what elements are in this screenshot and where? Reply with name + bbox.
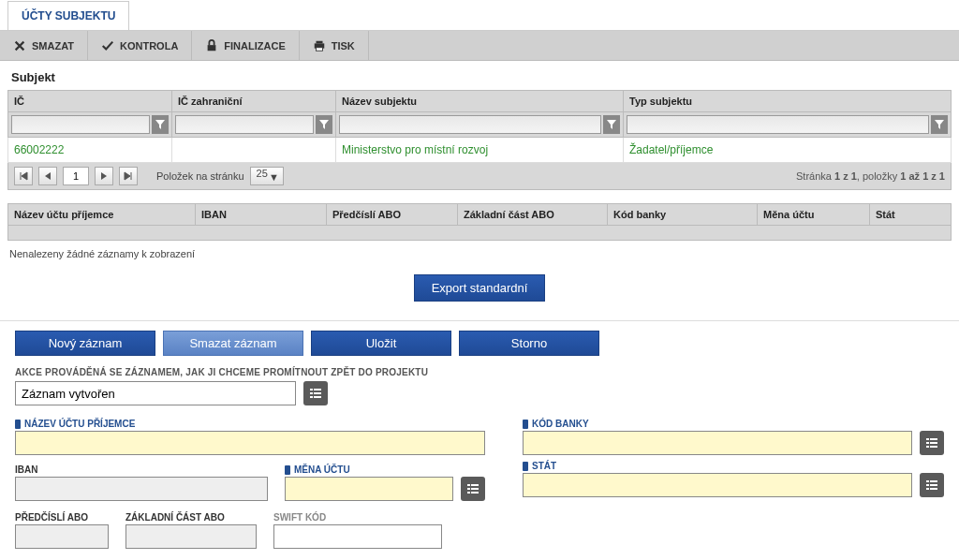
- svg-rect-10: [467, 484, 470, 486]
- page-input[interactable]: [63, 167, 89, 185]
- toolbar-finalize-label: FINALIZACE: [224, 40, 285, 52]
- x-icon: [13, 39, 26, 52]
- swift-input[interactable]: [273, 524, 442, 549]
- svg-rect-27: [930, 488, 937, 490]
- col-iban[interactable]: IBAN: [196, 204, 327, 226]
- svg-rect-21: [930, 446, 937, 448]
- col-type[interactable]: Typ subjektu: [624, 91, 952, 112]
- filter-icon[interactable]: [603, 115, 620, 134]
- label-prefix: PŘEDČÍSLÍ ABO: [15, 512, 109, 523]
- col-state[interactable]: Stát: [870, 204, 952, 226]
- col-ic[interactable]: IČ: [8, 91, 172, 112]
- label-base: ZÁKLADNÍ ČÁST ABO: [125, 512, 257, 523]
- base-input[interactable]: [125, 524, 257, 549]
- account-form: AKCE PROVÁDĚNÁ SE ZÁZNAMEM, JAK JI CHCEM…: [0, 367, 959, 560]
- svg-rect-9: [314, 396, 321, 398]
- svg-rect-13: [471, 488, 479, 490]
- iban-input[interactable]: [15, 477, 268, 501]
- page-size-select[interactable]: 25 ▼: [250, 167, 284, 185]
- svg-rect-12: [467, 488, 470, 490]
- toolbar-print[interactable]: TISK: [300, 31, 369, 60]
- subject-heading: Subjekt: [0, 61, 959, 90]
- action-performed-label: AKCE PROVÁDĚNÁ SE ZÁZNAMEM, JAK JI CHCEM…: [15, 367, 944, 377]
- list-picker-icon[interactable]: [920, 473, 944, 497]
- lock-icon: [205, 39, 218, 52]
- cell-type: Žadatel/příjemce: [624, 138, 952, 163]
- export-button[interactable]: Export standardní: [414, 274, 546, 302]
- svg-rect-7: [314, 392, 321, 394]
- tab-accounts[interactable]: ÚČTY SUBJEKTU: [7, 1, 129, 30]
- page-next[interactable]: [95, 167, 113, 185]
- svg-rect-26: [926, 488, 929, 490]
- label-currency: MĚNA ÚČTU: [285, 464, 485, 475]
- record-actions: Nový záznam Smazat záznam Uložit Storno: [0, 331, 959, 367]
- action-performed-input[interactable]: [15, 381, 296, 405]
- svg-rect-23: [930, 480, 937, 482]
- svg-rect-0: [208, 45, 216, 51]
- page-prev[interactable]: [38, 167, 57, 185]
- page-last[interactable]: [119, 167, 138, 185]
- filter-type[interactable]: [627, 115, 929, 134]
- list-picker-icon[interactable]: [920, 431, 944, 455]
- filter-icon[interactable]: [152, 115, 169, 134]
- new-record-button[interactable]: Nový záznam: [15, 331, 155, 356]
- svg-rect-3: [316, 47, 322, 51]
- currency-input[interactable]: [285, 477, 453, 501]
- cell-ic-foreign: [172, 138, 336, 163]
- cell-ic: 66002222: [8, 138, 172, 163]
- toolbar-delete[interactable]: SMAZAT: [0, 31, 88, 60]
- state-input[interactable]: [523, 473, 912, 497]
- svg-rect-20: [926, 446, 929, 448]
- label-iban: IBAN: [15, 464, 268, 475]
- account-name-input[interactable]: [15, 431, 485, 455]
- paging-bar: Položek na stránku 25 ▼ Stránka 1 z 1, p…: [7, 163, 952, 190]
- subject-grid: IČ IČ zahraniční Název subjektu Typ subj…: [7, 90, 952, 163]
- filter-ic-foreign[interactable]: [175, 115, 314, 134]
- svg-rect-2: [316, 40, 322, 43]
- col-base[interactable]: Základní část ABO: [458, 204, 608, 226]
- svg-rect-15: [471, 492, 479, 494]
- cell-name: Ministerstvo pro místní rozvoj: [336, 138, 624, 163]
- prefix-input[interactable]: [15, 524, 109, 549]
- svg-rect-22: [926, 480, 929, 482]
- col-currency[interactable]: Měna účtu: [758, 204, 870, 226]
- col-bank-code[interactable]: Kód banky: [608, 204, 758, 226]
- svg-rect-18: [926, 442, 929, 444]
- col-ic-foreign[interactable]: IČ zahraniční: [172, 91, 336, 112]
- items-per-page-label: Položek na stránku: [156, 170, 244, 182]
- col-account-name[interactable]: Název účtu příjemce: [8, 204, 196, 226]
- print-icon: [313, 39, 326, 52]
- accounts-grid: Název účtu příjemce IBAN Předčíslí ABO Z…: [7, 203, 952, 241]
- toolbar: SMAZAT KONTROLA FINALIZACE TISK: [0, 31, 959, 61]
- svg-rect-5: [314, 389, 321, 391]
- subject-row[interactable]: 66002222 Ministerstvo pro místní rozvoj …: [8, 138, 952, 163]
- page-first[interactable]: [14, 167, 33, 185]
- list-picker-icon[interactable]: [461, 477, 485, 501]
- page-size-value: 25: [257, 168, 268, 179]
- toolbar-check[interactable]: KONTROLA: [88, 31, 192, 60]
- delete-record-button[interactable]: Smazat záznam: [163, 331, 303, 356]
- bank-code-input[interactable]: [523, 431, 912, 455]
- filter-icon[interactable]: [316, 115, 332, 134]
- list-picker-icon[interactable]: [303, 381, 328, 405]
- label-state: STÁT: [523, 461, 944, 471]
- filter-ic[interactable]: [11, 115, 150, 134]
- tab-bar: ÚČTY SUBJEKTU: [0, 0, 959, 31]
- filter-name[interactable]: [339, 115, 601, 134]
- toolbar-print-label: TISK: [332, 40, 355, 52]
- toolbar-finalize[interactable]: FINALIZACE: [192, 31, 299, 60]
- col-prefix[interactable]: Předčíslí ABO: [327, 204, 458, 226]
- chevron-down-icon: ▼: [269, 171, 279, 183]
- label-swift: SWIFT KÓD: [273, 512, 442, 523]
- cancel-button[interactable]: Storno: [459, 331, 599, 356]
- toolbar-delete-label: SMAZAT: [32, 40, 74, 52]
- toolbar-check-label: KONTROLA: [120, 40, 178, 52]
- svg-rect-17: [930, 438, 937, 440]
- svg-rect-8: [310, 396, 313, 398]
- filter-icon[interactable]: [931, 115, 948, 134]
- save-button[interactable]: Uložit: [311, 331, 451, 356]
- svg-rect-19: [930, 442, 937, 444]
- col-name[interactable]: Název subjektu: [336, 91, 624, 112]
- svg-rect-6: [310, 392, 313, 394]
- svg-rect-16: [926, 438, 929, 440]
